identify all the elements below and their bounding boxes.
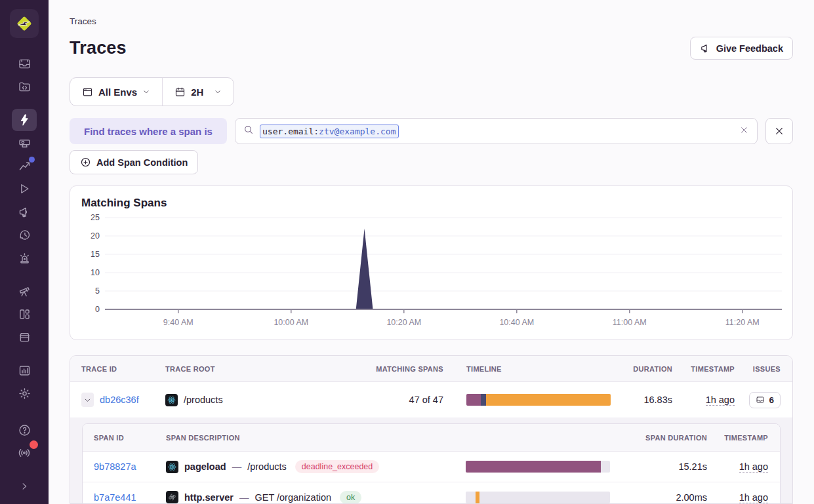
calendar-icon bbox=[174, 87, 186, 98]
col-span-id: Span ID bbox=[83, 434, 166, 442]
telescope-icon bbox=[18, 284, 31, 298]
sidebar-item-traces[interactable] bbox=[12, 109, 37, 131]
megaphone-icon bbox=[18, 205, 31, 219]
give-feedback-button[interactable]: Give Feedback bbox=[690, 37, 793, 60]
col-timestamp: Timestamp bbox=[672, 365, 735, 373]
span-description: /products bbox=[247, 461, 287, 472]
chart-title: Matching Spans bbox=[81, 197, 786, 210]
span-row: b7a7e441 http.server — GET /organization… bbox=[83, 482, 780, 504]
react-project-icon bbox=[165, 394, 178, 406]
span-row: 9b78827a pageload — /products deadline_e… bbox=[83, 452, 780, 482]
sidebar-item-settings[interactable] bbox=[12, 382, 37, 404]
close-icon bbox=[774, 126, 784, 136]
issues-icon bbox=[18, 57, 31, 71]
trace-timestamp: 1h ago bbox=[706, 395, 735, 406]
span-duration: 15.21s bbox=[610, 461, 707, 472]
svg-text:10:40 AM: 10:40 AM bbox=[499, 318, 534, 327]
app-logo[interactable] bbox=[10, 9, 39, 38]
span-op: http.server bbox=[184, 492, 234, 503]
sidebar-item-feedback[interactable] bbox=[12, 201, 37, 223]
span-condition-label: Find traces where a span is bbox=[70, 118, 227, 144]
window-icon bbox=[82, 87, 93, 98]
search-token-key: user.email: bbox=[262, 126, 319, 136]
trace-id-link[interactable]: db26c36f bbox=[100, 395, 139, 405]
svg-text:10: 10 bbox=[91, 268, 100, 277]
issues-count-button[interactable]: 6 bbox=[749, 392, 781, 408]
environment-value: All Envs bbox=[98, 87, 137, 98]
stats-bars-icon bbox=[18, 364, 31, 378]
time-range-selector[interactable]: 2H bbox=[163, 87, 234, 98]
chevron-down-icon bbox=[214, 88, 222, 96]
whats-new-dot bbox=[30, 440, 38, 449]
svg-text:20: 20 bbox=[91, 231, 100, 241]
issues-count: 6 bbox=[769, 395, 774, 405]
collapse-trace-button[interactable] bbox=[81, 393, 94, 407]
span-timeline-bar[interactable] bbox=[466, 492, 610, 503]
trace-timeline-bar[interactable] bbox=[466, 394, 611, 406]
help-icon bbox=[18, 423, 31, 437]
svg-text:25: 25 bbox=[91, 213, 100, 222]
col-timeline: Timeline bbox=[466, 365, 611, 373]
sidebar-item-help[interactable] bbox=[12, 419, 37, 441]
sidebar-item-explore[interactable] bbox=[12, 75, 37, 98]
add-span-condition-label: Add Span Condition bbox=[96, 157, 188, 168]
search-token[interactable]: user.email:ztv@example.com bbox=[260, 125, 399, 138]
sidebar-item-projects[interactable] bbox=[12, 132, 37, 154]
span-id-link[interactable]: 9b78827a bbox=[94, 461, 136, 472]
matching-spans-panel: Matching Spans 05101520259:40 AM10:00 AM… bbox=[70, 185, 793, 340]
play-icon bbox=[18, 182, 31, 195]
sidebar-item-issues[interactable] bbox=[12, 52, 37, 75]
sidebar-item-whats-new[interactable] bbox=[12, 442, 37, 464]
span-status-badge: deadline_exceeded bbox=[295, 460, 379, 473]
svg-text:11:20 AM: 11:20 AM bbox=[725, 318, 760, 327]
matching-spans-chart: 05101520259:40 AM10:00 AM10:20 AM10:40 A… bbox=[81, 211, 786, 336]
col-span-description: Span Description bbox=[166, 434, 466, 442]
remove-condition-button[interactable] bbox=[765, 118, 793, 144]
clear-search-icon[interactable] bbox=[739, 125, 749, 138]
col-issues: Issues bbox=[735, 365, 792, 373]
sidebar-item-archive[interactable] bbox=[12, 326, 37, 348]
span-status-badge: ok bbox=[340, 491, 361, 504]
breadcrumb[interactable]: Traces bbox=[70, 16, 793, 26]
span-table-header: Span ID Span Description Span Duration T… bbox=[83, 424, 780, 452]
megaphone-icon bbox=[700, 43, 711, 54]
trace-duration: 16.83s bbox=[611, 395, 672, 405]
chevron-right-icon bbox=[18, 480, 30, 492]
page-title: Traces bbox=[70, 38, 127, 58]
span-condition-row: Find traces where a span is user.email:z… bbox=[70, 118, 793, 144]
span-timestamp: 1h ago bbox=[739, 492, 768, 503]
span-id-link[interactable]: b7a7e441 bbox=[94, 492, 136, 503]
chevron-down-icon bbox=[83, 396, 92, 404]
notification-dot bbox=[29, 157, 35, 163]
matching-spans-count: 47 of 47 bbox=[368, 395, 443, 405]
app-logo-icon bbox=[14, 14, 34, 33]
sidebar-item-alerts[interactable] bbox=[12, 246, 37, 269]
search-icon bbox=[243, 125, 254, 138]
trace-root-name: /products bbox=[184, 395, 223, 405]
col-span-duration: Span Duration bbox=[610, 434, 707, 442]
col-span-timestamp: Timestamp bbox=[707, 434, 780, 442]
gear-icon bbox=[18, 387, 31, 400]
span-separator: — bbox=[239, 492, 249, 503]
add-span-condition-button[interactable]: Add Span Condition bbox=[70, 150, 198, 174]
sidebar-item-discover[interactable] bbox=[12, 280, 37, 302]
svg-text:9:40 AM: 9:40 AM bbox=[163, 318, 193, 327]
span-search-input[interactable]: user.email:ztv@example.com bbox=[235, 118, 758, 144]
col-trace-root: Trace Root bbox=[165, 365, 368, 373]
sidebar bbox=[0, 0, 49, 504]
environment-selector[interactable]: All Envs bbox=[70, 87, 162, 98]
sidebar-item-replays[interactable] bbox=[12, 178, 37, 200]
main-content: Traces Traces Give Feedback All Envs 2H … bbox=[49, 0, 814, 504]
sidebar-item-dashboards[interactable] bbox=[12, 303, 37, 325]
trace-table-header: Trace ID Trace Root Matching Spans Timel… bbox=[70, 356, 792, 382]
sidebar-item-stats[interactable] bbox=[12, 359, 37, 381]
sidebar-item-releases[interactable] bbox=[12, 223, 37, 246]
search-token-value: ztv@example.com bbox=[319, 126, 396, 136]
span-timeline-bar[interactable] bbox=[466, 461, 610, 473]
sidebar-item-insights[interactable] bbox=[12, 155, 37, 177]
svg-text:10:00 AM: 10:00 AM bbox=[274, 318, 308, 327]
explore-icon bbox=[18, 80, 31, 94]
col-matching-spans: Matching Spans bbox=[368, 365, 443, 373]
sidebar-collapse-button[interactable] bbox=[12, 475, 37, 497]
broadcast-icon bbox=[17, 446, 31, 460]
